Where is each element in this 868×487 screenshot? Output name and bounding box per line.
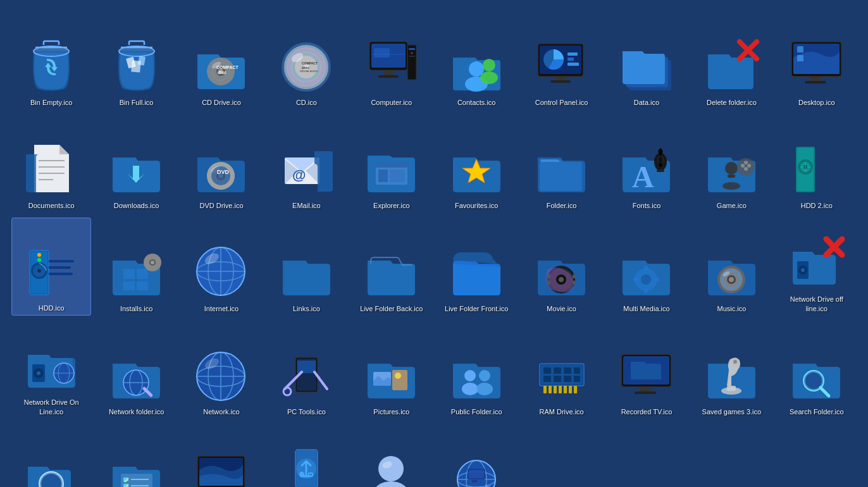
icon-item-hdd[interactable]: HDD.ico: [11, 218, 91, 316]
icon-item-data[interactable]: Data.ico: [607, 11, 686, 109]
usb-icon: [278, 440, 335, 487]
svg-point-91: [744, 167, 748, 171]
icon-item-internet[interactable]: Internet.ico: [182, 218, 261, 316]
svg-rect-83: [659, 163, 662, 167]
email-label: EMail.ico: [292, 201, 321, 210]
svg-point-104: [37, 253, 41, 257]
icon-item-network-drive-online[interactable]: Network Drive On Line.ico: [11, 321, 91, 419]
icon-item-public-folder[interactable]: Public Folder.ico: [437, 321, 516, 419]
icon-item-user[interactable]: User.ico: [352, 424, 431, 487]
icon-item-desktop[interactable]: Desktop.ico: [777, 11, 857, 109]
icon-item-settings[interactable]: Settings.ico: [96, 424, 176, 487]
icon-item-pc-tools[interactable]: PC Tools.ico: [266, 321, 346, 419]
svg-point-179: [479, 370, 490, 381]
icon-item-multimedia[interactable]: Multi Media.ico: [607, 218, 686, 316]
svg-rect-47: [567, 52, 578, 56]
svg-point-205: [733, 360, 737, 364]
icon-item-network-folder[interactable]: Network folder.ico: [96, 321, 176, 419]
icon-item-links[interactable]: Links.ico: [266, 218, 346, 316]
svg-point-177: [464, 370, 476, 381]
svg-rect-106: [49, 260, 74, 262]
contacts-label: Contacts.ico: [457, 98, 496, 107]
icon-item-bin-empty[interactable]: Bin Empty.ico: [11, 11, 91, 109]
icon-item-workgroup[interactable]: WorkGroup.ico: [437, 424, 516, 487]
search-folder-label: Search Folder.ico: [790, 407, 844, 416]
icon-item-fonts[interactable]: A Fonts.ico: [607, 114, 686, 213]
icon-item-ram-drive[interactable]: RAM Drive.ico: [521, 321, 601, 419]
dvd-drive-icon: DVD: [193, 140, 250, 197]
icon-item-live-folder-front[interactable]: Live Folder Front.ico: [437, 218, 516, 316]
icon-item-usb[interactable]: USB Removable Drive.ico: [266, 424, 346, 487]
svg-text:A: A: [632, 160, 654, 194]
icon-item-cd[interactable]: COMPACT disc DIGITAL AUDIO CD.ico: [266, 11, 346, 109]
icon-item-downloads[interactable]: Downloads.ico: [96, 114, 176, 213]
desktop-icon: [788, 37, 845, 94]
ram-drive-icon: [533, 347, 590, 404]
icon-item-documents[interactable]: Documents.ico: [11, 114, 91, 213]
svg-rect-193: [554, 386, 557, 393]
icon-item-installs[interactable]: Installs.ico: [96, 218, 176, 316]
installs-label: Installs.ico: [120, 304, 152, 313]
svg-rect-202: [635, 391, 656, 394]
computer-label: Computer.ico: [371, 98, 412, 107]
icon-item-contacts[interactable]: Contacts.ico: [437, 11, 516, 109]
icon-item-search-folders[interactable]: Search Folders.ico: [11, 424, 91, 487]
icon-item-dvd-drive[interactable]: DVD DVD Drive.ico: [182, 114, 261, 213]
cd-drive-icon: COMPACT disc: [193, 37, 250, 94]
svg-rect-57: [797, 46, 803, 52]
svg-rect-197: [574, 386, 577, 393]
icon-item-bin-full[interactable]: Bin Full.ico: [96, 11, 176, 109]
pictures-icon: [363, 347, 420, 404]
icon-item-movie[interactable]: Movie.ico: [521, 218, 601, 316]
icon-item-live-folder-back[interactable]: Live Folder Back.ico: [352, 218, 431, 316]
control-panel-label: Control Panel.ico: [535, 98, 588, 107]
icon-item-computer[interactable]: Computer.ico: [352, 11, 431, 109]
svg-text:@: @: [292, 167, 306, 183]
icon-item-favourites[interactable]: Favourites.ico: [437, 114, 516, 213]
ram-drive-label: RAM Drive.ico: [539, 407, 583, 416]
search-folders-icon: [23, 450, 80, 487]
movie-label: Movie.ico: [547, 304, 576, 313]
favourites-icon: [448, 140, 505, 197]
svg-rect-187: [543, 376, 551, 382]
svg-rect-81: [657, 170, 664, 172]
svg-text:DVD: DVD: [217, 169, 230, 175]
svg-rect-190: [574, 376, 580, 382]
show-desktop-icon: [193, 450, 250, 487]
icon-item-network-drive-offline[interactable]: Network Drive off line.ico: [777, 218, 857, 316]
icon-item-hdd2[interactable]: HDD 2.ico: [777, 114, 857, 213]
icon-item-search-folder[interactable]: Search Folder.ico: [777, 321, 857, 419]
icon-item-delete-folder[interactable]: Delete folder.ico: [691, 11, 771, 109]
icon-item-network[interactable]: Network.ico: [182, 321, 261, 419]
svg-rect-240: [472, 480, 477, 483]
svg-rect-186: [574, 367, 580, 374]
icon-item-email[interactable]: @ EMail.ico: [266, 114, 346, 213]
svg-rect-131: [573, 281, 575, 285]
network-drive-offline-label: Network Drive off line.ico: [782, 295, 852, 313]
data-icon: [618, 37, 675, 94]
icon-item-music[interactable]: Music.ico: [691, 218, 771, 316]
icon-item-saved-games[interactable]: Saved games 3.ico: [691, 321, 771, 419]
icon-item-control-panel[interactable]: Control Panel.ico: [521, 11, 601, 109]
svg-point-84: [725, 162, 738, 175]
bin-empty-label: Bin Empty.ico: [30, 98, 72, 107]
cd-label: CD.ico: [296, 98, 317, 107]
bin-empty-icon: [23, 37, 80, 94]
icon-grid: Bin Empty.ico Bin Full.ico COMPACT: [6, 6, 862, 487]
svg-rect-48: [567, 58, 574, 61]
icon-item-folder[interactable]: Folder.ico: [521, 114, 601, 213]
icon-item-recorded-tv[interactable]: Recorded TV.ico: [607, 321, 686, 419]
icon-item-show-desktop[interactable]: ShowDesktop.ico: [182, 424, 261, 487]
network-folder-label: Network folder.ico: [109, 407, 164, 416]
icon-item-cd-drive[interactable]: COMPACT disc CD Drive.ico: [182, 11, 261, 109]
svg-rect-85: [728, 175, 735, 178]
settings-icon: [108, 450, 165, 487]
icon-item-pictures[interactable]: Pictures.ico: [352, 321, 431, 419]
icon-item-game[interactable]: Game.ico: [691, 114, 771, 213]
svg-rect-50: [555, 77, 566, 80]
bin-full-icon: [108, 37, 165, 94]
svg-text:COMPACT: COMPACT: [302, 61, 318, 65]
svg-rect-36: [407, 45, 416, 80]
svg-rect-128: [548, 274, 550, 278]
icon-item-explorer[interactable]: Explorer.ico: [352, 114, 431, 213]
